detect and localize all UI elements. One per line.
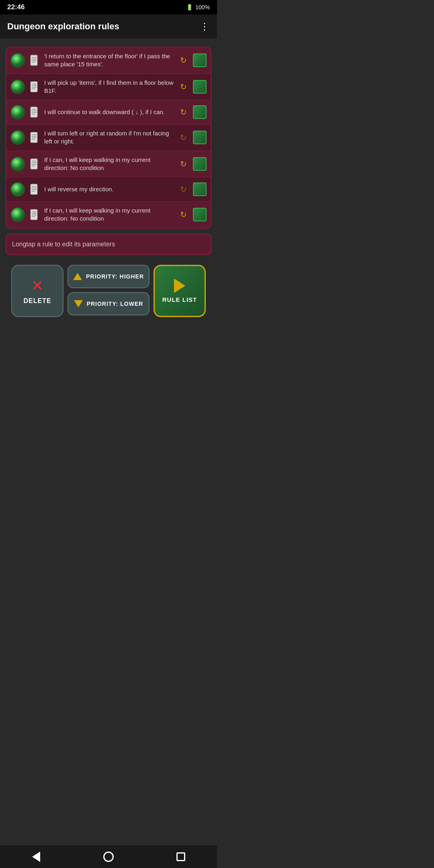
cycle-icon[interactable]: ↻ [178,209,189,220]
priority-higher-button[interactable]: PRIORITY: HIGHER [68,265,149,288]
svg-rect-20 [31,159,37,169]
rule-status-indicator [10,157,25,171]
priority-lower-button[interactable]: PRIORITY: LOWER [68,292,149,315]
triangle-down-icon [74,300,83,307]
cycle-icon[interactable]: ↻ [178,55,189,66]
main-content: 'I return to the entrance of the floor' … [0,39,217,327]
rule-toggle[interactable] [193,53,207,67]
svg-rect-30 [31,209,37,220]
rule-row[interactable]: I will reverse my direction. ↻ [6,177,211,202]
rule-text: I will reverse my direction. [44,185,174,193]
rule-text: 'I return to the entrance of the floor' … [44,52,174,69]
cycle-icon[interactable]: ↻ [178,132,189,143]
delete-label: DELETE [23,297,51,305]
hint-box: Longtap a rule to edit its parameters [6,233,211,255]
rule-list-label: RULE LIST [162,296,197,303]
triangle-up-icon [73,273,82,280]
svg-rect-15 [31,132,37,143]
cycle-icon[interactable]: ↻ [178,158,189,170]
rule-row[interactable]: I will continue to walk downward ( ↓ ), … [6,100,211,125]
rule-text: I will continue to walk downward ( ↓ ), … [44,108,174,116]
battery-icon: 🔋 [186,4,193,10]
priority-buttons-group: PRIORITY: HIGHER PRIORITY: LOWER [68,265,149,317]
rule-row[interactable]: I will pick up 'items', if I find them i… [6,74,211,100]
delete-icon: ✕ [31,277,43,294]
rule-text: If I can, I will keep walking in my curr… [44,207,174,223]
rule-doc-icon [29,208,40,221]
rule-list-button[interactable]: RULE LIST [154,265,206,317]
status-time: 22:46 [7,3,25,11]
cycle-icon[interactable]: ↻ [178,184,189,195]
rule-row[interactable]: If I can, I will keep walking in my curr… [6,151,211,178]
rule-row[interactable]: I will turn left or right at random if I… [6,125,211,151]
rule-text: If I can, I will keep walking in my curr… [44,156,174,172]
rule-toggle[interactable] [193,105,207,119]
status-bar: 22:46 🔋 100% [0,0,217,14]
rules-container: 'I return to the entrance of the floor' … [6,47,211,229]
play-icon [174,278,185,293]
priority-lower-label: PRIORITY: LOWER [87,301,143,307]
rule-toggle[interactable] [193,131,207,144]
rule-status-indicator [10,53,25,68]
battery-percent: 100% [195,4,210,10]
rule-row[interactable]: 'I return to the entrance of the floor' … [6,47,211,74]
svg-rect-10 [31,107,37,117]
rule-toggle[interactable] [193,208,207,221]
rule-status-indicator [10,130,25,145]
rule-doc-icon [29,183,40,196]
rule-text: I will turn left or right at random if I… [44,129,174,146]
cycle-icon[interactable]: ↻ [178,81,189,92]
priority-higher-label: PRIORITY: HIGHER [86,273,144,280]
hint-text: Longtap a rule to edit its parameters [12,241,115,248]
rule-toggle[interactable] [193,80,207,94]
rule-doc-icon [29,131,40,144]
rule-status-indicator [10,182,25,197]
rule-toggle[interactable] [193,182,207,196]
rule-text: I will pick up 'items', if I find them i… [44,79,174,95]
rule-status-indicator [10,80,25,94]
more-options-icon[interactable]: ⋮ [200,21,210,32]
rule-toggle[interactable] [193,157,207,171]
rule-doc-icon [29,54,40,67]
rule-status-indicator [10,105,25,119]
app-bar: Dungeon exploration rules ⋮ [0,14,217,39]
cycle-icon[interactable]: ↻ [178,106,189,118]
rule-doc-icon [29,106,40,119]
bottom-buttons: ✕ DELETE PRIORITY: HIGHER PRIORITY: LOWE… [6,255,211,323]
rule-row[interactable]: If I can, I will keep walking in my curr… [6,202,211,228]
app-title: Dungeon exploration rules [7,21,119,32]
svg-rect-0 [31,55,37,66]
rule-status-indicator [10,207,25,222]
svg-rect-25 [31,184,37,194]
delete-button[interactable]: ✕ DELETE [11,265,63,317]
svg-rect-5 [31,82,37,92]
rule-doc-icon [29,80,40,93]
status-right: 🔋 100% [186,4,210,10]
rule-doc-icon [29,158,40,170]
